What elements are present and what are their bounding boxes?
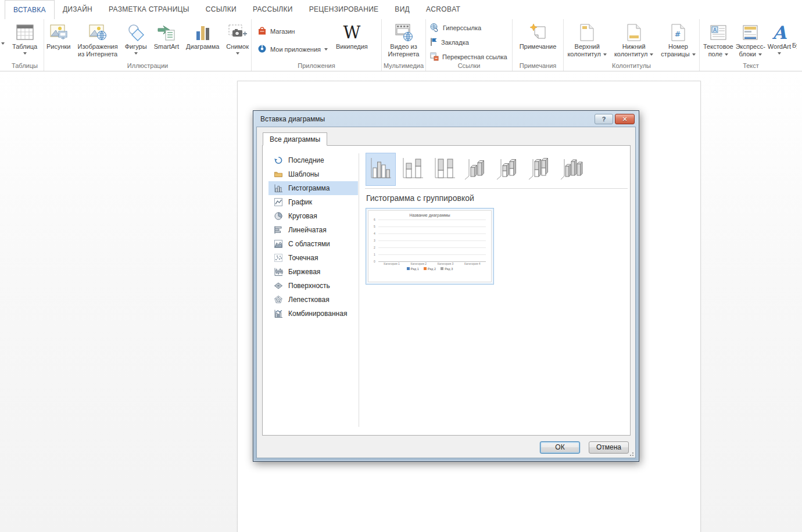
page-number-icon: # [671,21,686,43]
footer-page-icon [626,21,642,43]
chevron-down-icon [236,52,239,55]
store-button-label: Магазин [270,28,295,35]
dialog-close-button[interactable]: ✕ [615,114,635,124]
chart-category-item[interactable]: Лепестковая [268,293,358,307]
stock-chart-icon [274,267,283,276]
chart-subtype-tile[interactable] [366,153,396,186]
ribbon-tab[interactable]: РЕЦЕНЗИРОВАНИЕ [301,0,387,19]
ribbon-tab[interactable]: ССЫЛКИ [198,0,245,19]
comment-note-icon [528,21,549,43]
chart-category-label: Точечная [288,254,318,262]
dialog-title: Вставка диаграммы [260,115,325,123]
ribbon-tab[interactable]: ДИЗАЙН [55,0,101,19]
pictures-button-label: Рисунки [46,43,71,51]
my-apps-button[interactable]: Мои приложения [257,44,328,55]
chart-category-item[interactable]: Последние [268,153,358,167]
group-media: Видео из Интернета Мультимедиа [382,19,426,71]
online-video-label-2: Интернета [388,51,420,58]
text-box-label-1: Текстовое [703,43,733,51]
quick-parts-label-2: блоки [739,51,756,57]
chart-category-label: С областями [288,240,330,248]
chart-category-item[interactable]: Поверхность [268,279,358,293]
ribbon-tab[interactable]: ACROBAT [418,0,468,19]
group-links: Гиперссылка Закладка Перекрестная ссылка… [426,19,513,71]
chart-category-label: Круговая [288,212,317,220]
cancel-button[interactable]: Отмена [589,441,629,454]
chart-category-label: График [288,198,312,206]
column-chart-icon [194,21,212,43]
chart-category-item[interactable]: Точечная [268,251,358,265]
chevron-down-icon [725,53,728,56]
chart-preview-tile[interactable]: Название диаграммы 0123456 Категория 1Ка… [366,208,494,285]
my-apps-button-label: Мои приложения [270,46,321,53]
chart-category-item[interactable]: Шаблоны [268,167,358,181]
store-button[interactable]: Магазин [257,26,328,37]
ribbon-tab-row: ВСТАВКА ДИЗАЙН РАЗМЕТКА СТРАНИЦЫ ССЫЛКИ … [0,0,802,19]
text-box-label-2: поле [708,51,722,57]
chart-subtype-tile[interactable] [429,153,460,186]
recent-icon [274,156,283,165]
hyperlink-button[interactable]: Гиперссылка [429,23,512,33]
hyperlink-button-label: Гиперссылка [443,24,481,31]
wikipedia-button[interactable]: W Википедия [335,20,369,51]
tab-all-charts[interactable]: Все диаграммы [263,132,327,146]
preview-chart-plot: 0123456 [378,220,486,261]
line-chart-icon [274,197,283,207]
dialog-client-area: Все диаграммы Последние Шаблоны [256,127,636,458]
chart-subtype-strip [366,153,588,186]
insert-table-button[interactable]: Таблица [6,20,44,55]
page-number-label-2: страницы [661,51,689,57]
quick-parts-label-1: Экспресс- [736,43,765,51]
smartart-icon [157,21,176,43]
group-header-footer: Верхний колонтитул Нижний колонтитул # Н… [564,19,700,71]
ribbon-tab[interactable]: ВИД [386,0,418,19]
ribbon-tab[interactable]: РАЗМЕТКА СТРАНИЦЫ [101,0,198,19]
chart-category-item[interactable]: Биржевая [268,265,358,279]
bookmark-button[interactable]: Закладка [429,37,512,48]
hundred-stacked-column-3d-icon [528,157,553,182]
ribbon-tab[interactable]: РАССЫЛКИ [245,0,301,19]
chart-subtype-tile[interactable] [398,153,428,186]
stacked-column-icon [400,157,425,182]
group-apps: Магазин Мои приложения W Википедия Прило… [252,19,382,71]
comment-button[interactable]: Примечание [513,20,563,51]
resize-grip[interactable] [628,451,634,456]
chart-category-item[interactable]: Круговая [268,209,358,223]
group-label-header-footer: Колонтитулы [564,62,699,69]
bookmark-button-label: Закладка [441,39,469,46]
chart-subtype-tile[interactable] [557,153,588,186]
preview-chart-legend: Ряд 1Ряд 2Ряд 3 [368,267,491,271]
footer-label-2: колонтитул [614,51,648,57]
group-label-illustrations: Иллюстрации [44,62,251,69]
chart-category-item[interactable]: С областями [268,237,358,251]
chart-subtype-tile[interactable] [461,153,492,186]
screenshot-button-label: Снимок [226,43,249,51]
ribbon-tab[interactable]: ВСТАВКА [5,0,55,19]
online-video-button[interactable]: Видео из Интернета [382,20,425,58]
cross-reference-button[interactable]: Перекрестная ссылка [429,52,512,62]
chevron-down-icon [758,53,762,56]
chart-category-item[interactable]: Линейчатая [268,223,358,237]
chart-category-label: Шаблоны [288,170,319,178]
header-label-2: колонтитул [567,51,601,57]
dialog-title-bar[interactable]: Вставка диаграммы [253,111,639,127]
chart-subtype-tile[interactable] [525,153,556,186]
chart-category-item[interactable]: Комбинированная [268,307,358,321]
clustered-column-3d-icon [464,157,489,182]
chart-category-label: Линейчатая [288,226,327,234]
scatter-chart-icon [274,253,283,263]
hundred-stacked-column-icon [432,157,457,182]
preview-chart-xlabels: Категория 1Категория 2Категория 3Категор… [378,262,486,265]
combo-chart-icon [274,309,283,318]
text-box-icon: A [710,21,727,43]
online-video-label-1: Видео из [390,43,417,51]
clustered-column-icon [368,157,393,182]
chart-category-item[interactable]: Гистограмма [268,181,358,195]
shapes-icon [127,21,145,43]
table-button-label: Таблица [12,43,37,51]
chart-category-item[interactable]: График [268,195,358,209]
online-pictures-icon [88,21,107,43]
ok-button[interactable]: ОК [540,441,580,454]
dialog-help-button[interactable]: ? [595,114,613,124]
chart-subtype-tile[interactable] [493,153,524,186]
